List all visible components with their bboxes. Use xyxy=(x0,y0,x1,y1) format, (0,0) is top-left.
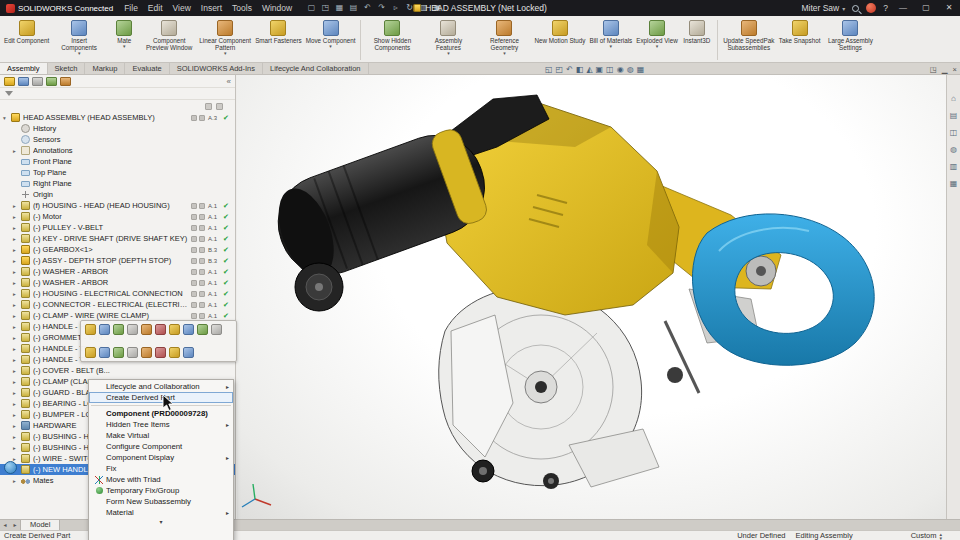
expand-icon[interactable]: ▸ xyxy=(13,302,21,308)
tab-model[interactable]: Model xyxy=(20,520,60,530)
menu-file[interactable]: File xyxy=(119,0,143,16)
ribbon-button-update-speedpak-subassemblies[interactable]: Update SpeedPak Subassemblies xyxy=(721,18,777,62)
expand-icon[interactable]: ▸ xyxy=(13,247,21,253)
restore-document-icon[interactable]: ◳ xyxy=(930,64,937,75)
select-other-icon[interactable] xyxy=(169,347,180,358)
expand-icon[interactable]: ▸ xyxy=(13,412,21,418)
appearance-icon[interactable] xyxy=(183,324,194,335)
expand-icon[interactable]: ▸ xyxy=(13,445,21,451)
suppress-icon[interactable] xyxy=(155,324,166,335)
delete-icon[interactable] xyxy=(197,324,208,335)
user-avatar[interactable] xyxy=(866,3,876,13)
ribbon-button-large-assembly-settings[interactable]: Large Assembly Settings xyxy=(822,18,878,62)
expand-icon[interactable]: ▸ xyxy=(13,236,21,242)
close-document-icon[interactable]: × xyxy=(953,64,957,75)
tree-filter-bar[interactable] xyxy=(0,88,235,100)
ribbon-button-edit-component[interactable]: Edit Component xyxy=(2,18,51,62)
close-button[interactable]: ✕ xyxy=(941,0,957,16)
tree-row-key-drive-shaft-drive-shaft-key[interactable]: ▸(-) KEY - DRIVE SHAFT (DRIVE SHAFT KEY)… xyxy=(0,233,235,244)
tree-row-cover-belt-b[interactable]: ▸(-) COVER - BELT (B... xyxy=(0,365,235,376)
tree-row-history[interactable]: History xyxy=(0,123,235,134)
properties-icon[interactable] xyxy=(155,347,166,358)
minimize-document-icon[interactable]: ▁ xyxy=(942,64,948,75)
zoom-fit-icon[interactable]: ◱ xyxy=(545,64,553,75)
tab-assembly[interactable]: Assembly xyxy=(0,63,48,74)
expand-icon[interactable]: ▸ xyxy=(13,346,21,352)
expand-icon[interactable]: ▸ xyxy=(13,390,21,396)
lock-icon[interactable] xyxy=(113,347,124,358)
ribbon-button-show-hidden-components[interactable]: Show Hidden Components xyxy=(364,18,420,62)
expand-icon[interactable]: ▸ xyxy=(13,401,21,407)
menu-window[interactable]: Window xyxy=(257,0,297,16)
help-button[interactable]: ? xyxy=(883,3,888,13)
expand-icon[interactable]: ▸ xyxy=(13,478,21,484)
pack-and-go-icon[interactable] xyxy=(141,347,152,358)
units-spinner[interactable]: ▴ ▾ xyxy=(939,532,942,540)
menu-item-create-derived-part[interactable]: Create Derived Part xyxy=(89,392,233,403)
select-icon[interactable]: ▹ xyxy=(389,0,402,16)
tree-row-right-plane[interactable]: Right Plane xyxy=(0,178,235,189)
expand-icon[interactable]: ▸ xyxy=(13,269,21,275)
tree-row-washer-arbor[interactable]: ▸(-) WASHER - ARBORA.1✔ xyxy=(0,266,235,277)
ribbon-button-insert-components[interactable]: Insert Components▾ xyxy=(51,18,107,62)
ribbon-button-assembly-features[interactable]: Assembly Features▾ xyxy=(420,18,476,62)
tree-row-top-plane[interactable]: Top Plane xyxy=(0,167,235,178)
ribbon-button-smart-fasteners[interactable]: Smart Fasteners xyxy=(253,18,304,62)
zoom-area-icon[interactable]: ◰ xyxy=(556,64,564,75)
tab-markup[interactable]: Markup xyxy=(85,63,125,74)
tree-row-front-plane[interactable]: Front Plane xyxy=(0,156,235,167)
menu-edit[interactable]: Edit xyxy=(143,0,168,16)
menu-item-component-prd00009728[interactable]: Component (PRD00009728) xyxy=(89,408,233,419)
tree-row-assy-depth-stop-depth-stop[interactable]: ▸(-) ASSY - DEPTH STOP (DEPTH STOP)B.3✔ xyxy=(0,255,235,266)
new-file-icon[interactable]: ▢ xyxy=(305,0,318,16)
expand-icon[interactable]: ▸ xyxy=(13,280,21,286)
tree-row-connector-electrical-electrica[interactable]: ▸(-) CONNECTOR - ELECTRICAL (ELECTRICA..… xyxy=(0,299,235,310)
expand-icon[interactable]: ▾ xyxy=(3,115,11,121)
expand-icon[interactable]: ▸ xyxy=(13,214,21,220)
tab-solidworks-add-ins[interactable]: SOLIDWORKS Add-Ins xyxy=(170,63,263,74)
featuremanager-tab-icon-3[interactable] xyxy=(32,77,43,86)
graphics-viewport[interactable] xyxy=(237,75,946,519)
featuremanager-tab-icon-2[interactable] xyxy=(18,77,29,86)
expand-icon[interactable]: ▸ xyxy=(13,291,21,297)
ribbon-button-reference-geometry[interactable]: Reference Geometry▾ xyxy=(476,18,532,62)
minimize-button[interactable]: — xyxy=(895,0,911,16)
tree-row-gearbox-1[interactable]: ▸(-) GEARBOX<1>B.3✔ xyxy=(0,244,235,255)
tree-row-housing-electrical-connection[interactable]: ▸(-) HOUSING - ELECTRICAL CONNECTIONA.1✔ xyxy=(0,288,235,299)
featuremanager-tab-icon-5[interactable] xyxy=(60,77,71,86)
apply-scene-icon[interactable]: ▦ xyxy=(637,64,645,75)
tree-row-pulley-v-belt[interactable]: ▸(-) PULLEY - V-BELTA.1✔ xyxy=(0,222,235,233)
menu-item-configure-component[interactable]: Configure Component xyxy=(89,441,233,452)
status-units[interactable]: Custom xyxy=(911,531,937,540)
featuremanager-tab-icon-4[interactable] xyxy=(46,77,57,86)
undo-icon[interactable]: ↶ xyxy=(361,0,374,16)
expand-icon[interactable]: ▸ xyxy=(13,423,21,429)
search-icon[interactable] xyxy=(852,5,859,12)
tree-row-f-housing-head-head-housing[interactable]: ▸(f) HOUSING - HEAD (HEAD HOUSING)A.1✔ xyxy=(0,200,235,211)
expand-icon[interactable]: ▸ xyxy=(13,258,21,264)
redo-icon[interactable]: ↷ xyxy=(375,0,388,16)
tabs-next-icon[interactable]: ▸ xyxy=(10,520,20,530)
hide-show-items-icon[interactable]: ◉ xyxy=(617,64,624,75)
tree-row-sensors[interactable]: Sensors xyxy=(0,134,235,145)
expand-icon[interactable]: ▸ xyxy=(13,368,21,374)
menu-item-material[interactable]: Material▸ xyxy=(89,507,233,518)
menu-view[interactable]: View xyxy=(168,0,196,16)
expand-icon[interactable]: ▸ xyxy=(13,335,21,341)
file-explorer-icon[interactable]: ◫ xyxy=(950,129,958,137)
help-icon[interactable] xyxy=(183,347,194,358)
edit-component-icon[interactable] xyxy=(85,324,96,335)
home-icon[interactable]: ⌂ xyxy=(951,95,956,103)
tree-row-head-assembly-head-assembly[interactable]: ▾HEAD ASSEMBLY (HEAD ASSEMBLY)A.3✔ xyxy=(0,112,235,123)
ribbon-button-component-preview-window[interactable]: Component Preview Window xyxy=(141,18,197,62)
open-part-icon[interactable] xyxy=(99,324,110,335)
previous-view-icon[interactable]: ↶ xyxy=(566,64,573,75)
expand-icon[interactable]: ▸ xyxy=(13,148,21,154)
ribbon-button-bill-of-materials[interactable]: Bill of Materials▾ xyxy=(588,18,635,62)
section-view-icon[interactable]: ◧ xyxy=(576,64,584,75)
tree-row-origin[interactable]: Origin xyxy=(0,189,235,200)
expand-icon[interactable]: ▸ xyxy=(13,357,21,363)
expand-icon[interactable]: ▸ xyxy=(13,456,21,462)
expand-icon[interactable]: ▸ xyxy=(13,324,21,330)
menu-item-make-virtual[interactable]: Make Virtual xyxy=(89,430,233,441)
